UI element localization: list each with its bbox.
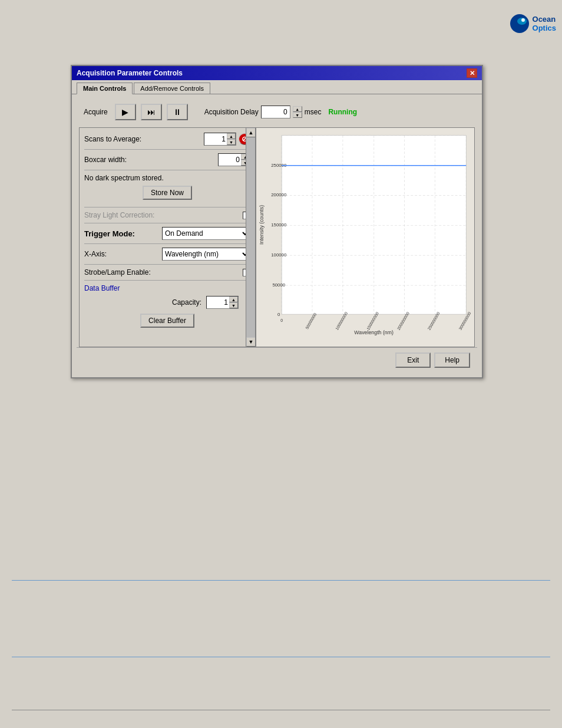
tab-bar: Main Controls Add/Remove Controls [72,80,482,94]
pause-icon: ⏸ [173,107,181,117]
bottom-bar: Exit Help [77,347,477,373]
stray-light-row: Stray Light Correction: [84,211,250,223]
delay-down-arrow[interactable]: ▼ [293,112,302,118]
capacity-label: Capacity: [172,298,201,307]
left-panel-scrollbar[interactable]: ▲ ▼ [246,128,255,347]
store-now-button[interactable]: Store Now [143,186,192,200]
scroll-up-button[interactable]: ▲ [246,128,256,137]
svg-text:50000000: 50000000 [305,312,317,330]
delay-up-arrow[interactable]: ▲ [293,106,302,112]
boxcar-label: Boxcar width: [84,156,218,164]
data-buffer-section: Data Buffer Capacity: ▲ ▼ [84,284,250,328]
content-area: Acquire ▶ ⏭ ⏸ Acquisition Delay ▲ ▼ [72,94,482,377]
page-background: Ocean Optics Acquisition Parameter Contr… [0,0,562,728]
xaxis-label: X-Axis: [84,250,162,258]
acquire-label: Acquire [84,108,108,116]
logo-container: Ocean Optics [509,13,556,34]
main-split: Scans to Average: ▲ ▼ ⊘ [77,127,477,347]
close-button[interactable]: ✕ [467,68,477,78]
delay-spin-arrows: ▲ ▼ [293,106,302,118]
play-icon: ▶ [122,107,128,117]
pause-button[interactable]: ⏸ [167,104,188,120]
left-panel: Scans to Average: ▲ ▼ ⊘ [79,127,256,347]
title-bar: Acquisition Parameter Controls ✕ [72,66,482,80]
capacity-spin-arrows: ▲ ▼ [229,297,238,308]
running-status: Running [328,108,357,116]
xaxis-select[interactable]: Wavelength (nm) Pixel Raman Shift [162,248,250,261]
capacity-up-arrow[interactable]: ▲ [229,297,238,302]
scans-row: Scans to Average: ▲ ▼ ⊘ [84,133,250,150]
strobe-row: Strobe/Lamp Enable: [84,268,250,281]
ocean-optics-logo-icon [509,13,530,34]
scans-up-arrow[interactable]: ▲ [227,133,236,139]
capacity-spin-input: ▲ ▼ [206,296,239,309]
msec-label: msec [305,108,322,116]
page-divider-2 [12,657,550,657]
delay-label: Acquisition Delay [204,108,259,116]
help-button[interactable]: Help [434,353,470,368]
dark-spectrum-row: No dark spectrum stored. Store Now [84,174,250,207]
boxcar-value-input[interactable] [219,154,241,166]
trigger-mode-select[interactable]: On Demand Software Hardware Single Shot [162,227,250,240]
scroll-down-button[interactable]: ▼ [246,337,256,347]
capacity-down-arrow[interactable]: ▼ [229,302,238,308]
dialog-window: Acquisition Parameter Controls ✕ Main Co… [71,65,483,378]
page-divider-1 [12,580,550,581]
logo-text: Ocean Optics [533,15,556,32]
tab-add-remove-controls[interactable]: Add/Remove Controls [134,83,210,94]
page-divider-3 [12,710,550,710]
scans-down-arrow[interactable]: ▼ [227,139,236,145]
svg-text:Wavelength (nm): Wavelength (nm) [354,330,394,335]
xaxis-row: X-Axis: Wavelength (nm) Pixel Raman Shif… [84,248,250,265]
left-panel-inner: Scans to Average: ▲ ▼ ⊘ [80,128,255,340]
acquire-section: Acquire ▶ ⏭ ⏸ Acquisition Delay ▲ ▼ [77,99,477,125]
data-buffer-title: Data Buffer [84,284,250,292]
trigger-mode-label: Trigger Mode: [84,229,162,238]
step-icon: ⏭ [147,107,156,117]
scans-spin-input: ▲ ▼ [204,133,236,146]
exit-button[interactable]: Exit [395,353,431,368]
svg-text:0: 0 [280,318,283,322]
play-button[interactable]: ▶ [115,104,136,120]
svg-text:100000: 100000 [271,252,287,258]
dialog-title: Acquisition Parameter Controls [77,69,183,77]
stray-light-label: Stray Light Correction: [84,211,243,219]
capacity-row: Capacity: ▲ ▼ [84,296,250,309]
boxcar-row: Boxcar width: ▲ ▼ [84,153,250,170]
acquisition-delay-group: Acquisition Delay ▲ ▼ msec Running [204,106,357,118]
svg-text:50000: 50000 [272,282,285,288]
chart-panel: 0 50000 100000 150000 200000 250000 0 50… [256,127,475,347]
svg-point-2 [521,18,525,22]
scans-value-input[interactable] [204,133,227,145]
scans-spin-arrows: ▲ ▼ [227,133,236,145]
delay-input[interactable] [261,106,290,118]
tab-main-controls[interactable]: Main Controls [77,83,133,94]
clear-buffer-button[interactable]: Clear Buffer [140,314,194,328]
spectrum-chart: 0 50000 100000 150000 200000 250000 0 50… [259,130,472,342]
svg-text:150000: 150000 [271,222,287,228]
step-button[interactable]: ⏭ [141,104,162,120]
scans-label: Scans to Average: [84,135,204,143]
strobe-label: Strobe/Lamp Enable: [84,268,243,276]
scroll-track [246,137,255,337]
no-dark-text: No dark spectrum stored. [84,174,164,182]
trigger-mode-row: Trigger Mode: On Demand Software Hardwar… [84,227,250,244]
svg-text:0: 0 [277,312,280,317]
capacity-value-input[interactable] [207,297,229,308]
logo-area: Ocean Optics [485,6,556,41]
svg-text:Intensity (counts): Intensity (counts) [259,205,265,245]
svg-text:200000: 200000 [271,192,287,197]
